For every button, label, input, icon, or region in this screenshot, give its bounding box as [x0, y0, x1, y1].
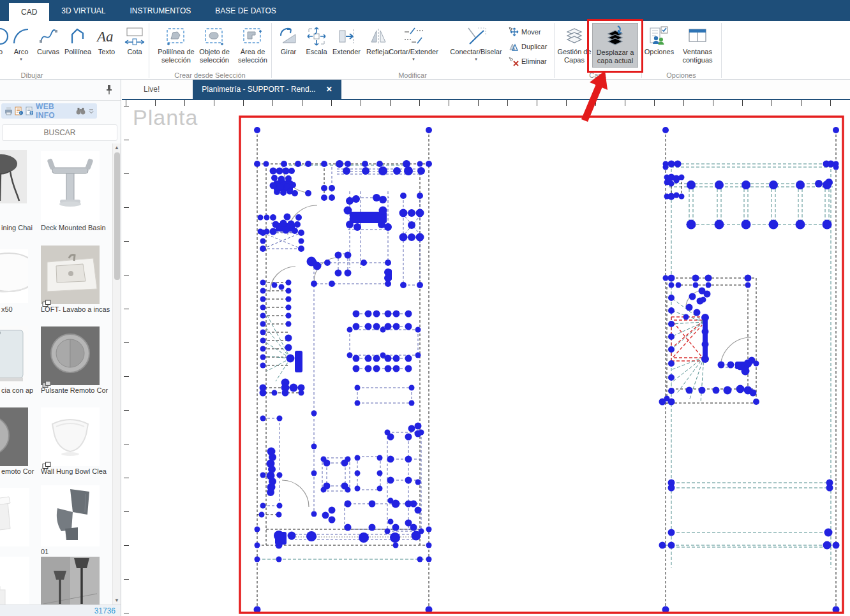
chevron-down-icon: ▾: [380, 57, 447, 62]
tab-cad[interactable]: CAD: [9, 3, 49, 21]
catalog-item-floor-lamps[interactable]: [41, 557, 100, 605]
group-crear-desde-seleccion: Polilínea de selección Objeto de selecci…: [149, 21, 271, 80]
tiled-windows-icon: [677, 23, 718, 47]
binoculars-icon[interactable]: [76, 107, 85, 115]
pin-icon[interactable]: [105, 84, 113, 98]
item-label: cia con ap: [1, 386, 33, 394]
tab-3d-virtual[interactable]: 3D VIRTUAL: [49, 0, 117, 21]
selection-polyline-icon: [155, 23, 197, 47]
selection-area-icon: [235, 23, 270, 47]
ventanas-contiguas-button[interactable]: Ventanas contiguas: [677, 23, 718, 69]
mover-button[interactable]: Mover: [509, 26, 541, 38]
cota-button[interactable]: Cota: [121, 23, 148, 69]
tab-base-de-datos[interactable]: BASE DE DATOS: [203, 0, 288, 21]
curvas-button[interactable]: Curvas: [34, 23, 63, 69]
scrollbar-thumb[interactable]: [114, 152, 120, 280]
conectar-biselar-button[interactable]: Conectar/Biselar ▾: [442, 23, 510, 69]
group-capa: Gestión de Capas Desplazar a capa actual…: [554, 21, 641, 80]
chevron-down-icon: ▾: [442, 57, 510, 62]
scroll-down-icon[interactable]: ▼: [113, 598, 121, 603]
svg-text:i: i: [20, 111, 21, 115]
cad-drawing-canvas[interactable]: [122, 80, 850, 616]
group-opciones: Opciones Ventanas contiguas Opciones: [641, 21, 721, 80]
catalog-items: ining Chai Deck Mounted Basin x50 LOFT- …: [0, 143, 112, 605]
svg-text:Aa: Aa: [96, 29, 114, 45]
sidebar-header: [0, 80, 121, 101]
group-modificar: Girar Escala Extender Refleja: [271, 21, 554, 80]
catalog-item-chair[interactable]: [0, 150, 27, 206]
extender-button[interactable]: Extender: [330, 23, 363, 69]
search-input[interactable]: [2, 124, 117, 141]
group-separator: [721, 23, 722, 78]
objeto-seleccion-button[interactable]: Objeto de selección: [195, 23, 234, 69]
catalog-item-basin-tap[interactable]: [0, 557, 29, 605]
rotate-icon: [274, 23, 302, 47]
arco-button[interactable]: Arco ▾: [8, 23, 34, 69]
options-icon: [643, 23, 676, 47]
polilinea-seleccion-button[interactable]: Polilínea de selección: [155, 23, 197, 69]
scroll-up-icon[interactable]: ▲: [113, 145, 121, 150]
catalog-sidebar: i WEB INFO ining Chai Deck Mounted Basin…: [0, 80, 121, 616]
sidebar-scrollbar[interactable]: ▲ ▼: [112, 143, 121, 605]
titlebar: CAD 3D VIRTUAL INSTRUMENTOS BASE DE DATO…: [0, 0, 850, 21]
catalog-item-toilet-01[interactable]: [41, 485, 100, 549]
polilinea-button[interactable]: Polilínea: [60, 23, 96, 69]
ribbon: o Arco ▾ Curvas Polilínea Aa T: [0, 21, 850, 80]
item-label: Deck Mounted Basin: [41, 224, 106, 231]
extend-icon: [330, 23, 363, 47]
eliminar-button[interactable]: Eliminar: [509, 55, 547, 67]
item-label: LOFT- Lavabo a incas: [41, 305, 110, 313]
duplicar-button[interactable]: Duplicar: [509, 40, 547, 52]
doc-web-icon[interactable]: [26, 106, 33, 115]
area-seleccion-button[interactable]: Área de selección: [235, 23, 270, 69]
delete-icon: [509, 56, 519, 66]
group-dibujar: o Arco ▾ Curvas Polilínea Aa T: [0, 21, 149, 80]
catalog-item-plate[interactable]: [0, 407, 28, 469]
duplicate-icon: [509, 41, 519, 52]
gestion-capas-button[interactable]: Gestión de Capas: [556, 23, 592, 69]
result-count: 31736: [0, 605, 121, 616]
dimension-icon: [121, 23, 148, 47]
main-area: Live! Planimetría - SUPPORT - Rend... ✕ …: [122, 80, 850, 616]
item-label: x50: [1, 305, 13, 313]
collapse-caret-icon[interactable]: [88, 108, 94, 114]
cortar-extender-button[interactable]: Cortar/Extender ▾: [380, 23, 447, 69]
move-to-layer-icon: [593, 24, 638, 47]
item-label: 01: [41, 548, 48, 555]
chevron-down-icon: ▾: [8, 57, 34, 62]
girar-button[interactable]: Girar: [274, 23, 302, 69]
model-badge-icon: [42, 298, 51, 309]
text-icon: Aa: [94, 23, 119, 47]
escala-button[interactable]: Escala: [302, 23, 331, 69]
doc-info-icon[interactable]: i: [15, 106, 22, 115]
trim-extend-icon: [380, 23, 447, 47]
webinfo-toolbar: i WEB INFO: [1, 103, 97, 119]
texto-button[interactable]: Aa Texto: [94, 23, 119, 69]
opciones-button[interactable]: Opciones: [643, 23, 676, 69]
webinfo-label: WEB INFO: [36, 102, 73, 120]
catalog-item-basin-x50[interactable]: [0, 249, 28, 305]
polyline-icon: [60, 23, 96, 47]
model-badge-icon: [42, 379, 51, 390]
item-label: ining Chai: [1, 224, 33, 231]
item-label: emoto Cor: [1, 467, 34, 475]
catalog-item-deck-basin[interactable]: [41, 151, 100, 225]
scale-icon: [302, 23, 331, 47]
tab-instrumentos[interactable]: INSTRUMENTOS: [117, 0, 203, 21]
desplazar-capa-actual-button[interactable]: Desplazar a capa actual: [592, 23, 638, 68]
layers-icon: [556, 23, 592, 47]
catalog-item-shower-panel[interactable]: [0, 326, 28, 388]
move-icon: [509, 27, 519, 37]
model-badge-icon: [42, 460, 51, 471]
arc-icon: [8, 23, 34, 47]
catalog-item-cistern[interactable]: [0, 488, 29, 549]
curve-icon: [34, 23, 63, 47]
selection-object-icon: [195, 23, 234, 47]
publish-icon[interactable]: [4, 106, 12, 115]
fillet-chamfer-icon: [442, 23, 510, 47]
